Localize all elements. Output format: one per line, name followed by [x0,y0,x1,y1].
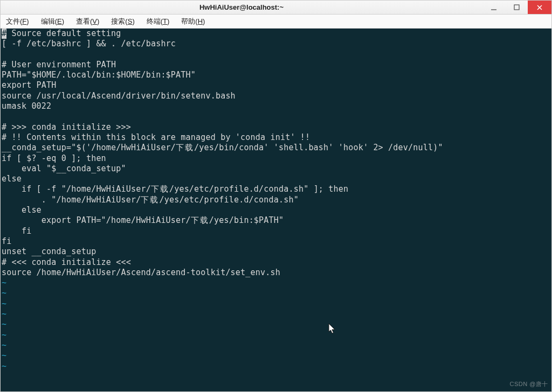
menu-help[interactable]: 帮助(H) [179,16,207,27]
minimize-icon [491,4,497,11]
menu-view[interactable]: 查看(V) [74,16,101,27]
window-controls [482,1,551,14]
terminal-window: HwHiAiUser@localhost:~ 文件(F) 编辑(E) 查看(V)… [0,0,552,392]
menu-mnemonic: V [92,17,97,25]
menu-edit[interactable]: 编辑(E) [39,16,66,27]
menu-mnemonic: T [163,17,167,25]
menu-mnemonic: S [128,17,133,25]
menu-terminal[interactable]: 终端(T) [144,16,172,27]
menu-label: 帮助 [181,17,195,25]
menu-mnemonic: H [198,17,203,25]
close-button[interactable] [528,1,551,14]
menu-label: 查看 [76,17,90,25]
menu-mnemonic: F [22,17,26,25]
maximize-icon [514,4,520,10]
close-icon [536,4,543,11]
watermark: CSDN @唐十 [510,379,548,389]
menu-mnemonic: E [57,17,62,25]
terminal-content[interactable]: # Source default setting [ -f /etc/bashr… [1,29,551,373]
svg-rect-1 [514,5,519,10]
menu-search[interactable]: 搜索(S) [109,16,136,27]
menubar: 文件(F) 编辑(E) 查看(V) 搜索(S) 终端(T) 帮助(H) [1,15,551,29]
window-title: HwHiAiUser@localhost:~ [1,3,482,11]
menu-label: 终端 [147,17,161,25]
terminal-viewport[interactable]: # Source default setting [ -f /etc/bashr… [1,29,551,391]
menu-file[interactable]: 文件(F) [4,16,31,27]
maximize-button[interactable] [505,1,528,14]
menu-label: 搜索 [111,17,125,25]
titlebar[interactable]: HwHiAiUser@localhost:~ [1,1,551,15]
minimize-button[interactable] [482,1,505,14]
menu-label: 文件 [6,17,20,25]
menu-label: 编辑 [41,17,55,25]
